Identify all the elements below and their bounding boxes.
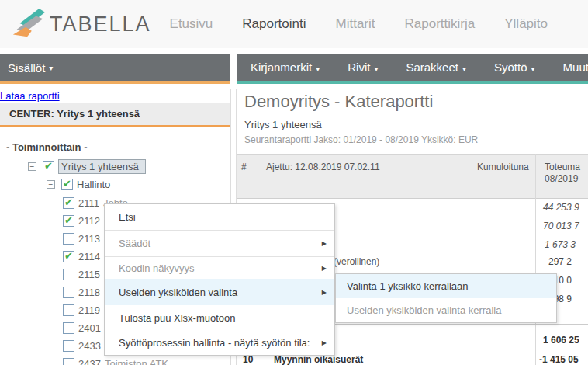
leaf-code: 2437	[78, 358, 101, 365]
toolbar-muut[interactable]: Muut	[563, 61, 588, 75]
collapse-icon[interactable]: −	[28, 162, 36, 171]
submenu-arrow-icon: ▶	[322, 339, 327, 346]
sidebar-toolbar-menu[interactable]: Sisällöt	[8, 61, 45, 75]
menu-item-koodin-nakyvyys[interactable]: Koodin näkyvyys ▶	[105, 257, 334, 279]
submenu-item-valinta-1-yksikko[interactable]: Valinta 1 yksikkö kerrallaan	[336, 274, 556, 298]
check-icon: ✔	[64, 196, 73, 208]
checkbox-2118[interactable]	[63, 287, 74, 298]
nav-etusivu[interactable]: Etusivu	[170, 16, 213, 32]
toolbar-syotto[interactable]: Syöttö▾	[494, 61, 535, 75]
submenu-item-label: Useiden yksiköiden valinta kerralla	[347, 304, 501, 316]
download-report-link[interactable]: Lataa raportti	[0, 90, 60, 102]
report-subtitle: Yritys 1 yhteensä	[244, 119, 322, 130]
cell-label: Myynnin oikaisuerät	[274, 354, 363, 365]
col-toteuma-line2: 08/2019	[545, 173, 580, 185]
checkbox-2113[interactable]	[63, 233, 74, 245]
nav-raporttikirja[interactable]: Raporttikirja	[405, 16, 476, 32]
collapse-icon[interactable]: −	[47, 180, 55, 189]
checkbox-2437[interactable]	[63, 358, 74, 365]
leaf-code: 2112	[78, 215, 100, 227]
checkbox-2119[interactable]	[63, 304, 74, 316]
checkbox-2401[interactable]	[63, 322, 74, 334]
leaf-code: 2111	[78, 197, 99, 209]
menu-item-saadot[interactable]: Säädöt ▶	[105, 231, 334, 256]
cell-value: 44 253 9	[543, 202, 579, 213]
checkbox-2112[interactable]: ✔	[63, 215, 74, 227]
toolbar-label: Sarakkeet	[406, 61, 458, 74]
tree-node-yritys: − ✔ Yritys 1 yhteensä	[28, 158, 146, 174]
col-hash: #	[241, 162, 247, 172]
leaf-code: 2433	[78, 340, 101, 352]
menu-item-etsi[interactable]: Etsi	[105, 204, 334, 230]
menu-item-label: Tulosta puu Xlsx-muotoon	[119, 312, 236, 324]
submenu-item-useiden-kerralla[interactable]: Useiden yksiköiden valinta kerralla	[336, 298, 556, 322]
check-icon: ✔	[64, 250, 73, 262]
checkbox-yritys[interactable]: ✔	[43, 161, 54, 172]
check-icon: ✔	[64, 214, 73, 226]
leaf-code: 2401	[78, 322, 101, 334]
cell-value: 70 013 7	[543, 221, 579, 231]
menu-item-label: Syöttöprosessin hallinta - näytä syötön …	[119, 337, 310, 349]
leaf-code: 2119	[78, 304, 100, 316]
col-kumuloituna: Kumuloituna	[477, 162, 529, 172]
cell-value: 1 606 25	[543, 335, 579, 346]
cell-code: 10	[243, 354, 253, 365]
logo-text: TABELLA	[50, 12, 151, 36]
checkbox-hallinto[interactable]: ✔	[61, 179, 73, 190]
toolbar-label: Kirjanmerkit	[251, 61, 312, 74]
tree-node-2437[interactable]: 2437 Toimiston ATK	[63, 355, 168, 365]
tree-root-label: - Toiminnoittain -	[6, 141, 87, 153]
menu-item-useiden-yksikoiden-valinta[interactable]: Useiden yksiköiden valinta ▶	[105, 279, 334, 305]
leaf-code: 2114	[78, 251, 100, 262]
checkbox-2433[interactable]	[63, 340, 74, 352]
logo-icon	[9, 6, 48, 42]
tree-label-yritys[interactable]: Yritys 1 yhteensä	[58, 159, 146, 174]
menu-item-syottoprosessin-hallinta[interactable]: Syöttöprosessin hallinta - näytä syötön …	[105, 330, 334, 355]
cell-value: 1 673 3	[545, 239, 576, 250]
submenu-arrow-icon: ▶	[322, 265, 327, 272]
logo[interactable]: TABELLA	[9, 6, 151, 42]
chevron-down-icon: ▾	[531, 64, 535, 73]
nav-yllapito[interactable]: Ylläpito	[504, 16, 548, 32]
cell-value: -1 415 05	[539, 354, 579, 365]
submenu-arrow-icon: ▶	[322, 289, 327, 296]
checkbox-2114[interactable]: ✔	[63, 251, 74, 262]
menu-item-label: Säädöt	[119, 238, 150, 249]
nav-mittarit[interactable]: Mittarit	[336, 16, 375, 32]
leaf-code: 2118	[78, 287, 100, 298]
col-run-timestamp: Ajettu: 12.08.2019 07.02.11	[266, 162, 380, 172]
menu-item-label: Koodin näkyvyys	[119, 262, 195, 274]
nav-raportointi[interactable]: Raportointi	[242, 16, 306, 32]
toolbar-sarakkeet[interactable]: Sarakkeet▾	[406, 61, 466, 75]
context-menu: Etsi Säädöt ▶ Koodin näkyvyys ▶ Useiden …	[104, 203, 335, 356]
tree-label-hallinto[interactable]: Hallinto	[77, 179, 110, 190]
column-divider	[535, 154, 536, 365]
chevron-down-icon: ▾	[49, 64, 53, 72]
context-submenu: Valinta 1 yksikkö kerrallaan Useiden yks…	[335, 273, 557, 323]
check-icon: ✔	[44, 160, 53, 172]
chevron-down-icon: ▾	[462, 64, 466, 73]
cell-value: 297 2	[548, 256, 572, 267]
page-title: Demoyritys - Kateraportti	[244, 92, 433, 112]
cell-label: (verollinen)	[334, 256, 379, 267]
column-divider	[472, 154, 472, 365]
checkbox-2115[interactable]	[63, 269, 74, 280]
menu-item-tulosta-puu[interactable]: Tulosta puu Xlsx-muotoon	[105, 305, 334, 330]
submenu-arrow-icon: ▶	[322, 240, 327, 247]
leaf-code: 2115	[78, 269, 100, 280]
center-header: CENTER: Yritys 1 yhteensä	[0, 103, 230, 127]
col-toteuma-line1: Toteuma	[545, 162, 580, 173]
check-icon: ✔	[63, 178, 71, 189]
submenu-item-label: Valinta 1 yksikkö kerrallaan	[347, 280, 469, 292]
toolbar-label: Muut	[563, 61, 588, 74]
menu-item-label: Useiden yksiköiden valinta	[119, 287, 237, 298]
col-toteuma: Toteuma 08/2019	[545, 162, 580, 185]
tree-node-hallinto: − ✔ Hallinto	[47, 176, 110, 192]
checkbox-2111[interactable]: ✔	[63, 197, 74, 209]
menu-item-label: Etsi	[119, 211, 136, 223]
toolbar-kirjanmerkit[interactable]: Kirjanmerkit▾	[251, 61, 320, 75]
chevron-down-icon: ▾	[374, 64, 378, 73]
toolbar-rivit[interactable]: Rivit▾	[348, 61, 378, 75]
report-meta: Seurantaraportti Jakso: 01/2019 - 08/201…	[244, 134, 478, 145]
leaf-code: 2113	[78, 233, 100, 245]
